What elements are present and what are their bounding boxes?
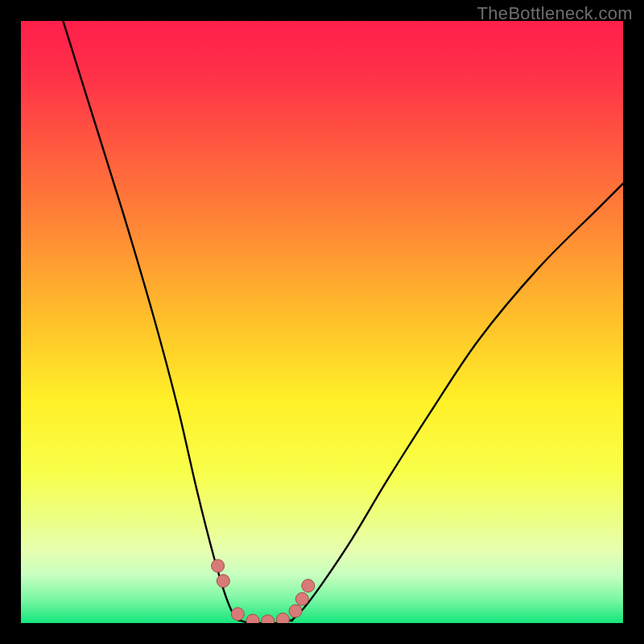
valley-marker xyxy=(262,615,275,623)
valley-marker xyxy=(246,614,259,623)
valley-markers xyxy=(212,559,315,623)
valley-marker xyxy=(276,613,289,623)
curve-layer xyxy=(21,21,623,623)
bottleneck-curve xyxy=(63,21,623,623)
valley-marker xyxy=(289,605,302,617)
valley-marker xyxy=(212,559,225,572)
valley-marker xyxy=(217,575,229,588)
watermark-text: TheBottleneck.com xyxy=(477,3,633,24)
valley-marker xyxy=(231,608,244,621)
valley-marker xyxy=(302,580,315,592)
valley-marker xyxy=(295,592,308,605)
chart-frame: TheBottleneck.com xyxy=(0,0,644,644)
plot-area xyxy=(21,21,623,623)
